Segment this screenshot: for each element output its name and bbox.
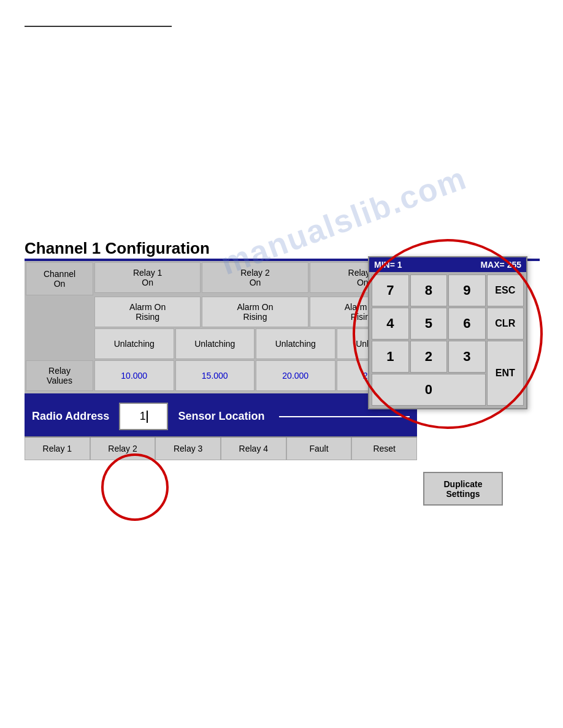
numpad: MIN= 1 MAX= 255 7 8 9 ESC 4 5 6 CLR 1 2 …	[368, 256, 527, 409]
numpad-6[interactable]: 6	[448, 308, 486, 339]
table-row-1: ChannelOn Relay 1On Relay 2On Relay 3On	[25, 261, 417, 295]
numpad-max-label: MAX= 255	[480, 260, 521, 270]
numpad-3[interactable]: 3	[448, 341, 486, 373]
sensor-line	[279, 416, 410, 417]
duplicate-settings-button[interactable]: Duplicate Settings	[423, 472, 503, 506]
relay3-value-cell[interactable]: 20.000	[256, 360, 335, 391]
numpad-clr[interactable]: CLR	[487, 308, 524, 339]
table-row-3: Unlatching Unlatching Unlatching Unlatch…	[25, 328, 417, 359]
bottom-tabs: Relay 1 Relay 2 Relay 3 Relay 4 Fault Re…	[25, 436, 417, 460]
relay2-alarm-cell[interactable]: Alarm OnRising	[202, 297, 308, 327]
page-title: Channel 1 Configuration	[25, 239, 210, 258]
top-line	[25, 26, 172, 27]
tab-relay2[interactable]: Relay 2	[90, 438, 156, 460]
numpad-7[interactable]: 7	[372, 275, 409, 306]
numpad-ent[interactable]: ENT	[487, 341, 524, 406]
tab-relay3[interactable]: Relay 3	[155, 438, 221, 460]
text-cursor	[147, 411, 148, 423]
relay-values-label: RelayValues	[26, 360, 93, 391]
numpad-4[interactable]: 4	[372, 308, 409, 339]
radio-address-highlight-circle	[101, 453, 169, 521]
config-table: ChannelOn Relay 1On Relay 2On Relay 3On …	[25, 261, 417, 460]
radio-address-value: 1	[140, 410, 146, 423]
numpad-1[interactable]: 1	[372, 341, 409, 373]
numpad-8[interactable]: 8	[410, 275, 448, 306]
tab-fault[interactable]: Fault	[286, 438, 352, 460]
tab-relay1[interactable]: Relay 1	[25, 438, 90, 460]
channel-on-cell: ChannelOn	[26, 262, 93, 295]
relay3-unlatch-cell[interactable]: Unlatching	[256, 328, 335, 359]
numpad-2[interactable]: 2	[410, 341, 448, 373]
table-row-4: RelayValues 10.000 15.000 20.000 25.000	[25, 359, 417, 392]
numpad-5[interactable]: 5	[410, 308, 448, 339]
relay2-on-cell[interactable]: Relay 2On	[202, 262, 308, 293]
numpad-grid: 7 8 9 ESC 4 5 6 CLR 1 2 3 ENT 0	[369, 272, 526, 408]
sensor-location-label: Sensor Location	[173, 408, 269, 425]
table-row-2: Alarm OnRising Alarm OnRising Alarm OnRi…	[25, 297, 417, 327]
relay1-unlatch-cell[interactable]: Unlatching	[94, 328, 174, 359]
relay1-value-cell[interactable]: 10.000	[94, 360, 174, 391]
numpad-0[interactable]: 0	[372, 374, 486, 406]
tab-relay4[interactable]: Relay 4	[221, 438, 286, 460]
numpad-9[interactable]: 9	[448, 275, 486, 306]
tab-reset[interactable]: Reset	[351, 438, 417, 460]
bottom-bar: Radio Address 1 Sensor Location	[25, 396, 417, 436]
numpad-esc[interactable]: ESC	[487, 275, 524, 306]
relay2-unlatch-cell[interactable]: Unlatching	[175, 328, 255, 359]
relay2-value-cell[interactable]: 15.000	[175, 360, 255, 391]
radio-address-label: Radio Address	[27, 408, 114, 426]
radio-address-input[interactable]: 1	[119, 403, 168, 430]
relay1-alarm-cell[interactable]: Alarm OnRising	[94, 297, 201, 327]
numpad-header: MIN= 1 MAX= 255	[369, 257, 526, 272]
numpad-min-label: MIN= 1	[374, 260, 402, 270]
relay1-on-cell[interactable]: Relay 1On	[94, 262, 201, 293]
